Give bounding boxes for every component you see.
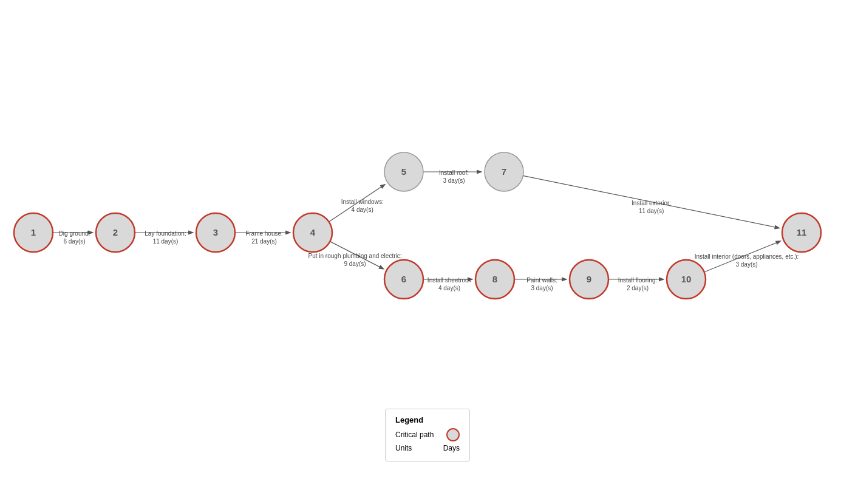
edge-label-8-9: Paint walls:3 day(s) <box>526 277 557 291</box>
node-5[interactable]: 5 <box>384 152 423 191</box>
node-6[interactable]: 6 <box>384 260 423 299</box>
legend-box: Legend Critical path Units Days <box>385 409 470 461</box>
legend-units-value: Days <box>443 444 460 452</box>
edge-label-1-2: Dig ground:6 day(s) <box>59 230 90 245</box>
node-1[interactable]: 1 <box>14 213 53 252</box>
node-10[interactable]: 10 <box>667 260 706 299</box>
node-2[interactable]: 2 <box>96 213 135 252</box>
edge-label-3-4: Frame house:21 day(s) <box>245 230 283 245</box>
node-label-6: 6 <box>401 274 406 284</box>
legend-critical-icon <box>446 428 460 441</box>
edge-label-4-6: Put in rough plumbing and electric:9 day… <box>308 253 402 267</box>
node-label-11: 11 <box>797 227 807 237</box>
legend-critical-label: Critical path <box>395 431 434 439</box>
edge-label-9-10: Install flooring:2 day(s) <box>618 277 657 291</box>
node-label-2: 2 <box>113 227 118 237</box>
edge-label-10-11: Install interior (doors, appliances, etc… <box>695 253 799 268</box>
node-label-9: 9 <box>587 274 591 284</box>
node-3[interactable]: 3 <box>196 213 235 252</box>
node-label-10: 10 <box>681 274 692 284</box>
node-9[interactable]: 9 <box>570 260 608 299</box>
legend-units-row: Units Days <box>395 444 460 452</box>
edge-label-4-5: Install windows:4 day(s) <box>341 199 384 213</box>
edge-label-2-3: Lay foundation:11 day(s) <box>145 230 186 245</box>
node-label-4: 4 <box>310 227 316 237</box>
node-label-5: 5 <box>401 166 406 177</box>
node-label-1: 1 <box>31 227 36 237</box>
node-7[interactable]: 7 <box>485 152 523 191</box>
node-4[interactable]: 4 <box>293 213 332 252</box>
edge-label-7-11: Install exterior:11 day(s) <box>632 200 671 214</box>
node-label-8: 8 <box>492 274 497 284</box>
node-8[interactable]: 8 <box>475 260 514 299</box>
node-label-7: 7 <box>502 166 506 177</box>
legend-title: Legend <box>395 415 460 424</box>
edge-label-5-7: Install roof:3 day(s) <box>439 169 469 184</box>
node-11[interactable]: 11 <box>782 213 821 252</box>
edge-label-6-8: Install sheetrock4 day(s) <box>428 277 472 291</box>
legend-units-label: Units <box>395 444 412 452</box>
node-label-3: 3 <box>213 227 218 237</box>
legend-critical-row: Critical path <box>395 428 460 441</box>
